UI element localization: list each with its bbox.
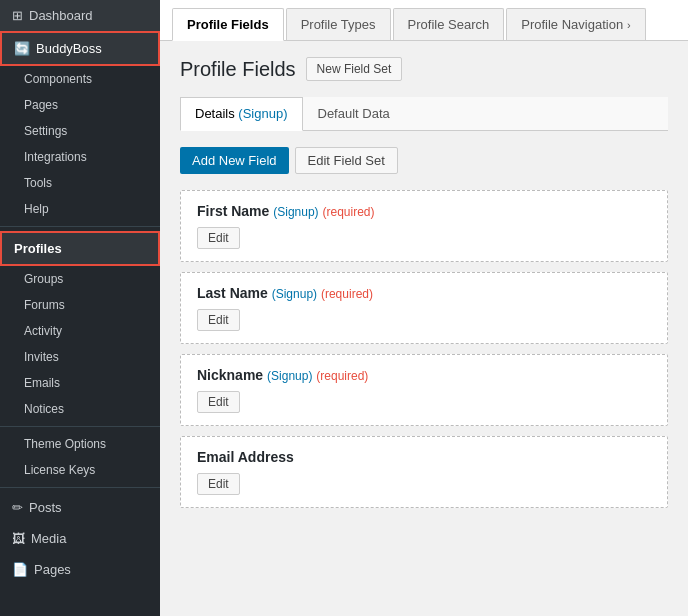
field-first-name-tag: (Signup) (273, 205, 318, 219)
edit-last-name-button[interactable]: Edit (197, 309, 240, 331)
dashboard-icon: ⊞ (12, 8, 23, 23)
tab-profile-fields[interactable]: Profile Fields (172, 8, 284, 41)
sidebar-item-components[interactable]: Components (0, 66, 160, 92)
sidebar: ⊞ Dashboard 🔄 BuddyBoss Components Pages… (0, 0, 160, 616)
sidebar-item-pages[interactable]: Pages (0, 92, 160, 118)
sidebar-item-tools[interactable]: Tools (0, 170, 160, 196)
edit-first-name-button[interactable]: Edit (197, 227, 240, 249)
media-icon: 🖼 (12, 531, 25, 546)
sidebar-item-theme-options[interactable]: Theme Options (0, 431, 160, 457)
field-nickname-label: Nickname (Signup) (required) (197, 367, 651, 383)
edit-email-button[interactable]: Edit (197, 473, 240, 495)
sidebar-item-emails[interactable]: Emails (0, 370, 160, 396)
sidebar-item-activity[interactable]: Activity (0, 318, 160, 344)
field-last-name-required: (required) (321, 287, 373, 301)
field-nickname-required: (required) (316, 369, 368, 383)
field-card-last-name: Last Name (Signup) (required) Edit (180, 272, 668, 344)
field-last-name-tag: (Signup) (272, 287, 317, 301)
field-card-nickname: Nickname (Signup) (required) Edit (180, 354, 668, 426)
page-title: Profile Fields (180, 58, 296, 81)
tabs-bar: Profile Fields Profile Types Profile Sea… (160, 0, 688, 41)
sidebar-item-integrations[interactable]: Integrations (0, 144, 160, 170)
edit-nickname-button[interactable]: Edit (197, 391, 240, 413)
field-first-name-required: (required) (323, 205, 375, 219)
pages-icon: 📄 (12, 562, 28, 577)
field-nickname-tag: (Signup) (267, 369, 312, 383)
action-bar: Add New Field Edit Field Set (180, 147, 668, 174)
buddyboss-icon: 🔄 (14, 41, 30, 56)
field-email-label: Email Address (197, 449, 651, 465)
field-first-name-label: First Name (Signup) (required) (197, 203, 651, 219)
sidebar-item-groups[interactable]: Groups (0, 266, 160, 292)
sub-tab-details-tag: (Signup) (238, 106, 287, 121)
field-card-email-address: Email Address Edit (180, 436, 668, 508)
sidebar-item-buddyboss[interactable]: 🔄 BuddyBoss (0, 31, 160, 66)
field-last-name-label: Last Name (Signup) (required) (197, 285, 651, 301)
content-area: Profile Fields New Field Set Details (Si… (160, 41, 688, 616)
sidebar-divider-2 (0, 426, 160, 427)
sidebar-item-profiles[interactable]: Profiles (0, 231, 160, 266)
main-content: Profile Fields Profile Types Profile Sea… (160, 0, 688, 616)
sub-tab-details[interactable]: Details (Signup) (180, 97, 303, 131)
sidebar-item-posts[interactable]: ✏ Posts (0, 492, 160, 523)
tab-profile-navigation[interactable]: Profile Navigation › (506, 8, 646, 40)
sidebar-item-invites[interactable]: Invites (0, 344, 160, 370)
sub-tabs: Details (Signup) Default Data (180, 97, 668, 131)
edit-field-set-button[interactable]: Edit Field Set (295, 147, 398, 174)
page-header: Profile Fields New Field Set (180, 57, 668, 81)
chevron-right-icon: › (627, 19, 631, 31)
tab-profile-types[interactable]: Profile Types (286, 8, 391, 40)
sidebar-item-media[interactable]: 🖼 Media (0, 523, 160, 554)
tab-profile-search[interactable]: Profile Search (393, 8, 505, 40)
sidebar-divider-1 (0, 226, 160, 227)
sub-tab-default-data[interactable]: Default Data (303, 97, 405, 130)
field-card-first-name: First Name (Signup) (required) Edit (180, 190, 668, 262)
new-field-set-button[interactable]: New Field Set (306, 57, 403, 81)
sidebar-item-settings[interactable]: Settings (0, 118, 160, 144)
add-new-field-button[interactable]: Add New Field (180, 147, 289, 174)
sidebar-dashboard-label: Dashboard (29, 8, 93, 23)
sidebar-item-help[interactable]: Help (0, 196, 160, 222)
sidebar-item-dashboard[interactable]: ⊞ Dashboard (0, 0, 160, 31)
sidebar-item-license-keys[interactable]: License Keys (0, 457, 160, 483)
posts-icon: ✏ (12, 500, 23, 515)
sidebar-divider-3 (0, 487, 160, 488)
buddyboss-label: BuddyBoss (36, 41, 102, 56)
sidebar-item-pages-wp[interactable]: 📄 Pages (0, 554, 160, 585)
sidebar-item-forums[interactable]: Forums (0, 292, 160, 318)
sidebar-item-notices[interactable]: Notices (0, 396, 160, 422)
